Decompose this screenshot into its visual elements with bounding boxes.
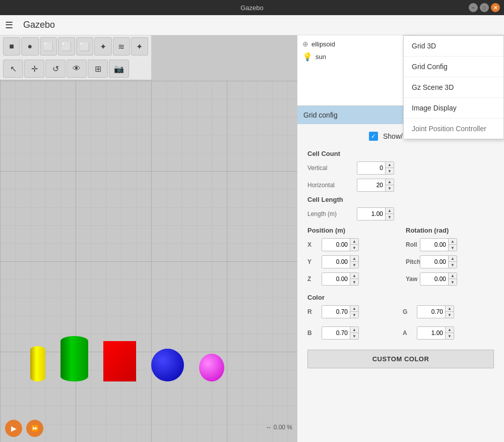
fast-forward-button[interactable]: ⏩ bbox=[26, 420, 43, 437]
horizontal-spin-up[interactable]: ▲ bbox=[386, 179, 394, 185]
tool-orbit[interactable]: 👁 bbox=[67, 60, 87, 78]
pitch-spin-down[interactable]: ▼ bbox=[449, 262, 457, 268]
rotation-header: Rotation (rad) bbox=[406, 227, 494, 234]
z-label: Z bbox=[307, 275, 318, 283]
z-spin-down[interactable]: ▼ bbox=[350, 279, 358, 286]
x-spinbox[interactable]: ▲ ▼ bbox=[322, 238, 359, 251]
horizontal-spinbox[interactable]: ▲ ▼ bbox=[357, 179, 394, 192]
vertical-spin-down[interactable]: ▼ bbox=[386, 168, 394, 175]
yaw-spin-up[interactable]: ▲ bbox=[449, 272, 457, 279]
y-spin-up[interactable]: ▲ bbox=[350, 255, 358, 262]
g-spin-up[interactable]: ▲ bbox=[446, 305, 454, 312]
roll-spin-down[interactable]: ▼ bbox=[449, 245, 457, 251]
r-spinbox[interactable]: ▲ ▼ bbox=[322, 305, 359, 318]
length-spin-up[interactable]: ▲ bbox=[386, 207, 394, 214]
a-input[interactable] bbox=[417, 327, 445, 339]
g-input[interactable] bbox=[417, 306, 445, 318]
hamburger-menu-icon[interactable]: ☰ bbox=[5, 20, 13, 31]
r-input[interactable] bbox=[322, 306, 350, 318]
svg-rect-1 bbox=[0, 81, 297, 442]
custom-color-button[interactable]: CUSTOM COLOR bbox=[307, 350, 494, 368]
maximize-button[interactable]: □ bbox=[480, 3, 489, 12]
dropdown-grid3d[interactable]: Grid 3D bbox=[404, 36, 503, 57]
tool-sphere[interactable]: ● bbox=[21, 37, 38, 56]
tool-grid[interactable]: ≋ bbox=[113, 37, 130, 56]
play-button[interactable]: ▶ bbox=[5, 420, 22, 437]
tool-wireframe[interactable]: ⊞ bbox=[88, 60, 108, 78]
close-button[interactable]: ✕ bbox=[491, 3, 500, 12]
vertical-spinbox[interactable]: ▲ ▼ bbox=[357, 161, 394, 175]
tool-rotate[interactable]: ↺ bbox=[45, 60, 66, 78]
y-input[interactable] bbox=[322, 256, 350, 268]
r-spin-down[interactable]: ▼ bbox=[350, 312, 358, 318]
g-row: G ▲ ▼ bbox=[403, 305, 494, 318]
a-spinbox[interactable]: ▲ ▼ bbox=[417, 326, 454, 340]
horizontal-row: Horizontal ▲ ▼ bbox=[307, 179, 494, 192]
b-input[interactable] bbox=[322, 327, 350, 339]
dropdown-grid-config[interactable]: Grid Config bbox=[404, 57, 503, 77]
pitch-input[interactable] bbox=[420, 256, 448, 268]
tool-light-point[interactable]: ✦ bbox=[94, 37, 111, 56]
roll-spinbox[interactable]: ▲ ▼ bbox=[420, 238, 457, 251]
vertical-spin-up[interactable]: ▲ bbox=[386, 161, 394, 168]
roll-spin-up[interactable]: ▲ bbox=[449, 238, 457, 245]
x-spin-up[interactable]: ▲ bbox=[350, 238, 358, 245]
pitch-row: Pitch ▲ ▼ bbox=[406, 255, 494, 268]
zoom-arrow: ↔ bbox=[266, 424, 272, 431]
x-row: X ▲ ▼ bbox=[307, 238, 396, 251]
show-hide-checkbox[interactable]: ✓ bbox=[369, 132, 378, 141]
roll-input[interactable] bbox=[420, 239, 448, 251]
grid-config-body: ✓ Show/Hide Grid Cell Count Vertical ▲ ▼ bbox=[297, 124, 504, 442]
yaw-spin-down[interactable]: ▼ bbox=[449, 279, 457, 286]
pitch-spin-up[interactable]: ▲ bbox=[449, 255, 457, 262]
length-spin-down[interactable]: ▼ bbox=[386, 214, 394, 220]
b-spin-up[interactable]: ▲ bbox=[350, 326, 358, 333]
b-spin-down[interactable]: ▼ bbox=[350, 333, 358, 340]
length-input[interactable] bbox=[357, 208, 385, 220]
tool-screenshot[interactable]: 📷 bbox=[109, 60, 129, 78]
length-row: Length (m) ▲ ▼ bbox=[307, 207, 494, 220]
r-spin-up[interactable]: ▲ bbox=[350, 305, 358, 312]
length-spinbox[interactable]: ▲ ▼ bbox=[357, 207, 394, 220]
z-input[interactable] bbox=[322, 273, 350, 285]
tool-ellipsoid[interactable]: ⬜ bbox=[76, 37, 93, 56]
g-spinbox[interactable]: ▲ ▼ bbox=[417, 305, 454, 318]
tool-light-dir[interactable]: ✦ bbox=[131, 37, 148, 56]
pitch-spinbox[interactable]: ▲ ▼ bbox=[420, 255, 457, 268]
yaw-input[interactable] bbox=[420, 273, 448, 285]
yaw-spinbox[interactable]: ▲ ▼ bbox=[420, 272, 457, 286]
horizontal-input[interactable] bbox=[357, 179, 385, 191]
tool-select[interactable]: ↖ bbox=[3, 60, 23, 78]
dropdown-joint-controller[interactable]: Joint Position Controller bbox=[404, 119, 503, 139]
red-box bbox=[103, 341, 136, 381]
viewport[interactable]: ■ ● ⬜ ⬜ ⬜ ✦ ≋ ✦ ↖ ✛ ↺ 👁 ⊞ 📷 bbox=[0, 35, 297, 442]
tool-cylinder[interactable]: ⬜ bbox=[40, 37, 57, 56]
b-label: B bbox=[307, 329, 318, 337]
g-spin-down[interactable]: ▼ bbox=[446, 312, 454, 318]
tool-capsule[interactable]: ⬜ bbox=[58, 37, 75, 56]
horizontal-spin-down[interactable]: ▼ bbox=[386, 185, 394, 192]
x-spin-down[interactable]: ▼ bbox=[350, 245, 358, 251]
z-spinbox[interactable]: ▲ ▼ bbox=[322, 272, 359, 286]
z-spin-up[interactable]: ▲ bbox=[350, 272, 358, 279]
tool-box[interactable]: ■ bbox=[3, 37, 20, 56]
horizontal-label: Horizontal bbox=[307, 182, 353, 189]
r-label: R bbox=[307, 308, 318, 315]
y-spinbox[interactable]: ▲ ▼ bbox=[322, 255, 359, 268]
a-spin-down[interactable]: ▼ bbox=[446, 333, 454, 340]
y-spin-down[interactable]: ▼ bbox=[350, 262, 358, 268]
x-label: X bbox=[307, 241, 318, 248]
tool-move[interactable]: ✛ bbox=[24, 60, 44, 78]
a-spin-up[interactable]: ▲ bbox=[446, 326, 454, 333]
zoom-value: 0.00 % bbox=[274, 424, 292, 431]
x-input[interactable] bbox=[322, 239, 350, 251]
minimize-button[interactable]: − bbox=[469, 3, 478, 12]
dropdown-gz-scene[interactable]: Gz Scene 3D bbox=[404, 77, 503, 98]
ellipsoid-icon: ⊕ bbox=[302, 40, 308, 48]
vertical-input[interactable] bbox=[357, 162, 385, 174]
menubar: ☰ Gazebo bbox=[0, 15, 504, 35]
dropdown-image-display[interactable]: Image Display bbox=[404, 98, 503, 119]
right-panel: ⊕ ellipsoid 💡 sun Grid 3D Grid Config Gz… bbox=[297, 35, 504, 442]
b-spinbox[interactable]: ▲ ▼ bbox=[322, 326, 359, 340]
rotation-section: Rotation (rad) Roll ▲ ▼ bbox=[406, 225, 494, 290]
